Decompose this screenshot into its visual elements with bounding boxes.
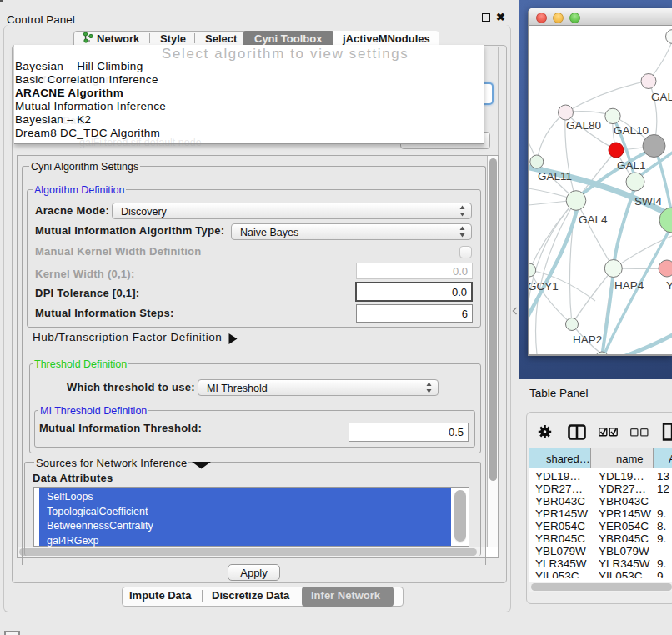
svg-text:SWI4: SWI4 [634,195,662,208]
svg-text:GAL1: GAL1 [617,159,646,172]
svg-text:Y: Y [666,279,672,292]
svg-text:GAL11: GAL11 [538,170,572,182]
svg-text:GAL10: GAL10 [614,124,649,137]
svg-text:HAP4: HAP4 [614,279,644,292]
svg-text:GCY1: GCY1 [529,280,559,292]
svg-text:HAP2: HAP2 [573,333,602,346]
svg-text:GAL2: GAL2 [651,91,672,103]
svg-text:GAL4: GAL4 [579,213,608,226]
svg-text:GAL80: GAL80 [566,119,601,132]
